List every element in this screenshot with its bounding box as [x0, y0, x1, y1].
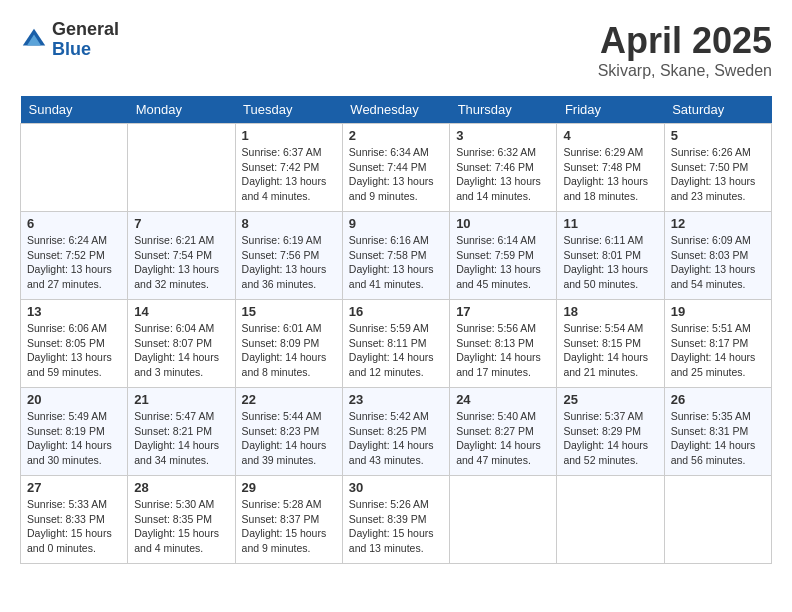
- calendar-cell: 28Sunrise: 5:30 AMSunset: 8:35 PMDayligh…: [128, 476, 235, 564]
- calendar-day-header: Sunday: [21, 96, 128, 124]
- day-info: Sunrise: 5:37 AMSunset: 8:29 PMDaylight:…: [563, 409, 657, 468]
- day-info: Sunrise: 5:30 AMSunset: 8:35 PMDaylight:…: [134, 497, 228, 556]
- day-info: Sunrise: 5:42 AMSunset: 8:25 PMDaylight:…: [349, 409, 443, 468]
- calendar-cell: 13Sunrise: 6:06 AMSunset: 8:05 PMDayligh…: [21, 300, 128, 388]
- day-number: 12: [671, 216, 765, 231]
- day-number: 11: [563, 216, 657, 231]
- calendar-cell: 12Sunrise: 6:09 AMSunset: 8:03 PMDayligh…: [664, 212, 771, 300]
- day-number: 8: [242, 216, 336, 231]
- calendar-day-header: Friday: [557, 96, 664, 124]
- calendar-cell: 15Sunrise: 6:01 AMSunset: 8:09 PMDayligh…: [235, 300, 342, 388]
- day-number: 29: [242, 480, 336, 495]
- day-number: 10: [456, 216, 550, 231]
- calendar-header-row: SundayMondayTuesdayWednesdayThursdayFrid…: [21, 96, 772, 124]
- day-number: 21: [134, 392, 228, 407]
- day-number: 6: [27, 216, 121, 231]
- calendar-cell: 8Sunrise: 6:19 AMSunset: 7:56 PMDaylight…: [235, 212, 342, 300]
- day-info: Sunrise: 6:34 AMSunset: 7:44 PMDaylight:…: [349, 145, 443, 204]
- day-info: Sunrise: 6:14 AMSunset: 7:59 PMDaylight:…: [456, 233, 550, 292]
- calendar-day-header: Tuesday: [235, 96, 342, 124]
- day-number: 2: [349, 128, 443, 143]
- day-number: 13: [27, 304, 121, 319]
- day-number: 16: [349, 304, 443, 319]
- calendar-day-header: Thursday: [450, 96, 557, 124]
- day-info: Sunrise: 5:35 AMSunset: 8:31 PMDaylight:…: [671, 409, 765, 468]
- calendar-week-row: 1Sunrise: 6:37 AMSunset: 7:42 PMDaylight…: [21, 124, 772, 212]
- logo-icon: [20, 26, 48, 54]
- day-number: 28: [134, 480, 228, 495]
- calendar-cell: 24Sunrise: 5:40 AMSunset: 8:27 PMDayligh…: [450, 388, 557, 476]
- logo-text: General Blue: [52, 20, 119, 60]
- day-info: Sunrise: 6:29 AMSunset: 7:48 PMDaylight:…: [563, 145, 657, 204]
- day-info: Sunrise: 6:01 AMSunset: 8:09 PMDaylight:…: [242, 321, 336, 380]
- calendar-cell: 16Sunrise: 5:59 AMSunset: 8:11 PMDayligh…: [342, 300, 449, 388]
- calendar-cell: 3Sunrise: 6:32 AMSunset: 7:46 PMDaylight…: [450, 124, 557, 212]
- day-info: Sunrise: 5:44 AMSunset: 8:23 PMDaylight:…: [242, 409, 336, 468]
- day-info: Sunrise: 5:40 AMSunset: 8:27 PMDaylight:…: [456, 409, 550, 468]
- calendar-day-header: Monday: [128, 96, 235, 124]
- day-info: Sunrise: 5:59 AMSunset: 8:11 PMDaylight:…: [349, 321, 443, 380]
- day-info: Sunrise: 5:49 AMSunset: 8:19 PMDaylight:…: [27, 409, 121, 468]
- month-title: April 2025: [598, 20, 772, 62]
- day-number: 15: [242, 304, 336, 319]
- calendar-cell: 19Sunrise: 5:51 AMSunset: 8:17 PMDayligh…: [664, 300, 771, 388]
- location-title: Skivarp, Skane, Sweden: [598, 62, 772, 80]
- logo-blue: Blue: [52, 40, 119, 60]
- logo: General Blue: [20, 20, 119, 60]
- calendar-table: SundayMondayTuesdayWednesdayThursdayFrid…: [20, 96, 772, 564]
- day-info: Sunrise: 5:56 AMSunset: 8:13 PMDaylight:…: [456, 321, 550, 380]
- calendar-cell: [450, 476, 557, 564]
- calendar-cell: 30Sunrise: 5:26 AMSunset: 8:39 PMDayligh…: [342, 476, 449, 564]
- calendar-cell: 14Sunrise: 6:04 AMSunset: 8:07 PMDayligh…: [128, 300, 235, 388]
- day-info: Sunrise: 6:11 AMSunset: 8:01 PMDaylight:…: [563, 233, 657, 292]
- day-info: Sunrise: 6:19 AMSunset: 7:56 PMDaylight:…: [242, 233, 336, 292]
- day-number: 20: [27, 392, 121, 407]
- calendar-cell: 20Sunrise: 5:49 AMSunset: 8:19 PMDayligh…: [21, 388, 128, 476]
- calendar-cell: 1Sunrise: 6:37 AMSunset: 7:42 PMDaylight…: [235, 124, 342, 212]
- calendar-week-row: 13Sunrise: 6:06 AMSunset: 8:05 PMDayligh…: [21, 300, 772, 388]
- day-info: Sunrise: 6:09 AMSunset: 8:03 PMDaylight:…: [671, 233, 765, 292]
- calendar-cell: 10Sunrise: 6:14 AMSunset: 7:59 PMDayligh…: [450, 212, 557, 300]
- calendar-week-row: 27Sunrise: 5:33 AMSunset: 8:33 PMDayligh…: [21, 476, 772, 564]
- calendar-cell: 9Sunrise: 6:16 AMSunset: 7:58 PMDaylight…: [342, 212, 449, 300]
- day-info: Sunrise: 5:54 AMSunset: 8:15 PMDaylight:…: [563, 321, 657, 380]
- calendar-week-row: 6Sunrise: 6:24 AMSunset: 7:52 PMDaylight…: [21, 212, 772, 300]
- calendar-cell: 17Sunrise: 5:56 AMSunset: 8:13 PMDayligh…: [450, 300, 557, 388]
- day-number: 9: [349, 216, 443, 231]
- day-info: Sunrise: 6:26 AMSunset: 7:50 PMDaylight:…: [671, 145, 765, 204]
- calendar-cell: [557, 476, 664, 564]
- day-number: 23: [349, 392, 443, 407]
- title-block: April 2025 Skivarp, Skane, Sweden: [598, 20, 772, 80]
- day-number: 1: [242, 128, 336, 143]
- calendar-cell: 4Sunrise: 6:29 AMSunset: 7:48 PMDaylight…: [557, 124, 664, 212]
- calendar-cell: 6Sunrise: 6:24 AMSunset: 7:52 PMDaylight…: [21, 212, 128, 300]
- calendar-cell: [664, 476, 771, 564]
- logo-general: General: [52, 20, 119, 40]
- day-number: 27: [27, 480, 121, 495]
- day-info: Sunrise: 6:06 AMSunset: 8:05 PMDaylight:…: [27, 321, 121, 380]
- calendar-day-header: Wednesday: [342, 96, 449, 124]
- calendar-cell: 29Sunrise: 5:28 AMSunset: 8:37 PMDayligh…: [235, 476, 342, 564]
- calendar-week-row: 20Sunrise: 5:49 AMSunset: 8:19 PMDayligh…: [21, 388, 772, 476]
- day-info: Sunrise: 6:16 AMSunset: 7:58 PMDaylight:…: [349, 233, 443, 292]
- day-number: 25: [563, 392, 657, 407]
- day-info: Sunrise: 5:33 AMSunset: 8:33 PMDaylight:…: [27, 497, 121, 556]
- day-number: 17: [456, 304, 550, 319]
- calendar-cell: [21, 124, 128, 212]
- day-number: 5: [671, 128, 765, 143]
- day-info: Sunrise: 5:28 AMSunset: 8:37 PMDaylight:…: [242, 497, 336, 556]
- calendar-cell: 11Sunrise: 6:11 AMSunset: 8:01 PMDayligh…: [557, 212, 664, 300]
- day-number: 24: [456, 392, 550, 407]
- day-info: Sunrise: 6:32 AMSunset: 7:46 PMDaylight:…: [456, 145, 550, 204]
- day-number: 22: [242, 392, 336, 407]
- day-number: 4: [563, 128, 657, 143]
- day-number: 30: [349, 480, 443, 495]
- calendar-cell: 22Sunrise: 5:44 AMSunset: 8:23 PMDayligh…: [235, 388, 342, 476]
- calendar-cell: [128, 124, 235, 212]
- day-number: 18: [563, 304, 657, 319]
- day-info: Sunrise: 6:24 AMSunset: 7:52 PMDaylight:…: [27, 233, 121, 292]
- page-header: General Blue April 2025 Skivarp, Skane, …: [20, 20, 772, 80]
- calendar-cell: 2Sunrise: 6:34 AMSunset: 7:44 PMDaylight…: [342, 124, 449, 212]
- day-info: Sunrise: 6:04 AMSunset: 8:07 PMDaylight:…: [134, 321, 228, 380]
- day-info: Sunrise: 6:21 AMSunset: 7:54 PMDaylight:…: [134, 233, 228, 292]
